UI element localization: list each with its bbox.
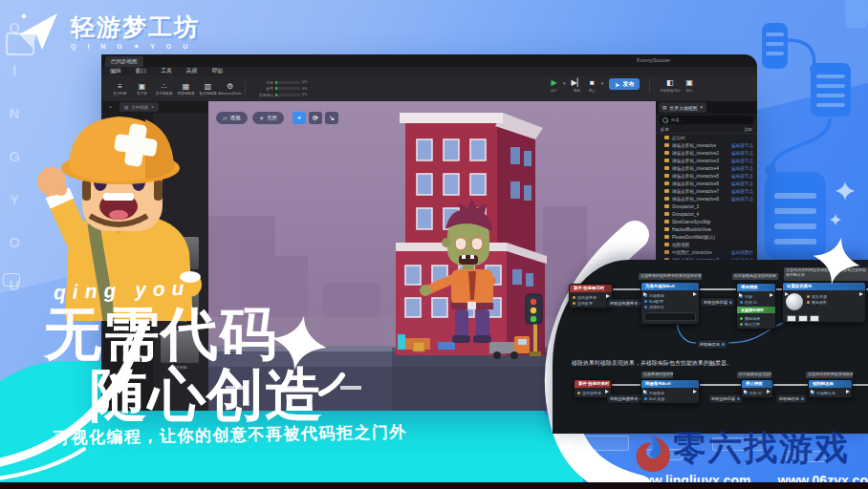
node-pin[interactable]: Buff 实例 [644,395,696,401]
play-options-caret[interactable]: ▾ [563,80,566,86]
menu-item[interactable]: 窗口 [136,67,147,75]
pin-label: 目标角色 [649,391,664,395]
site-watermark: 零六找游戏 www.lingliuyx.com www.06zyx.com [627,426,868,488]
publish-button[interactable]: ➤ 发布 [609,78,640,90]
comment-header[interactable]: 给目标角色添加技能效果 [737,372,771,378]
doc-card-decoration [845,0,868,29]
node-pin[interactable]: 特效 ID [745,390,770,395]
toolbar-separator [649,78,650,94]
outliner-row[interactable]: 球场边界框_interactive4 编辑器节点 [656,164,757,172]
rotate-tool-button[interactable]: ⟳ [309,112,322,124]
flame-logo-icon [633,430,673,474]
outliner-row[interactable]: 运行时 [656,134,757,141]
toolbar-button[interactable]: ⚙ AdvancedTools [219,82,241,96]
hero-headline-2: 随心创造 [90,367,323,424]
outliner-row[interactable]: 球场边界框_interactive7 编辑器节点 [656,187,757,195]
play-button[interactable]: ▶ 运行 [551,78,557,93]
preview-button[interactable]: ▶▏ 预览 [572,78,583,93]
cyan-background-blob-lower [0,449,583,489]
blueprint-graph-panel[interactable]: 当携带者的技能释放时播放技能的表现效果 给目标角色添加技能效果 当技能结束时移除… [553,260,868,434]
menu-item[interactable]: 编辑 [110,67,121,75]
actor-label: PleaseDontWait(默认) [672,235,715,240]
action-node-title: 停止特效 [742,380,772,388]
pill-label: 获取技能目标 [711,396,735,401]
node-pin[interactable]: 颜色参数 [807,299,827,305]
comment-header[interactable]: 当携带者的技能释放时播放技能的表现效果 [639,273,702,280]
preview-icon: ▶▏ [572,78,583,88]
lit-mode-button[interactable]: ☀ 光照 [252,112,284,124]
getter-pill-node[interactable]: 获取触发器 [775,393,808,404]
action-node[interactable]: 为角色添加Buff 目标角色Buff配置持续时长 [640,282,700,325]
toolbar-icon: ▦ [183,82,190,91]
outliner-row[interactable]: HackedBusInfoView [656,225,757,233]
getter-pill-node[interactable]: 获取触发器 [696,339,728,350]
close-icon[interactable]: × [700,105,703,110]
pin-label: 目标触发器 [816,391,835,395]
save-button[interactable]: ▣ 保存 [685,78,693,93]
node-pin[interactable]: 持续时长 [644,304,696,309]
stop-button[interactable]: ■ 停止 [589,78,596,93]
outliner-row[interactable]: 球场边界框_interactive2 编辑器节点 [656,149,757,157]
action-node[interactable]: 播放特效 目标特效 ID 设置颜色循环 颜色选择触发位置 [736,283,776,330]
outliner-row[interactable]: PleaseDontWait(默认) [656,233,757,241]
material-node[interactable]: 设置材质颜色 材质资源颜色参数 [782,282,866,323]
scale-tool-button[interactable]: ↘ [325,112,338,124]
outliner-row[interactable]: 地图视图 [656,241,757,248]
actor-icon [664,189,669,193]
outliner-row[interactable]: 球场边界框_interactive6 编辑器节点 [656,180,757,187]
menu-item[interactable]: 帮助 [211,67,223,75]
action-node[interactable]: 销毁触发器 目标触发器 [808,379,853,398]
node-input-field[interactable] [644,312,696,321]
action-node[interactable]: 停止特效 特效 ID [741,379,773,398]
getter-pill-node[interactable]: 获取技能目标 [707,393,744,404]
comment-header[interactable]: 当携带者的技能释放时播放技能的表现效果 [641,372,673,378]
quick-access-button[interactable]: ◧ 内容快速访问 [660,78,680,93]
editor-titlebar[interactable]: 已同步地图 FunnySoccer [101,54,757,67]
color-swatches[interactable] [787,315,865,322]
material-node-title: 设置材质颜色 [783,283,865,290]
menu-item[interactable]: 工具 [161,67,172,75]
quick-access-icon: ◧ [666,78,674,88]
actor-icon [664,220,669,223]
performance-label: 内存 [257,80,273,85]
menu-bar: 编辑窗口工具高级帮助 [101,67,757,75]
project-title: FunnySoccer [637,57,670,63]
vertical-letter: I [0,62,29,78]
node-pin[interactable]: 目标触发器 [812,390,849,395]
performance-value: 0% [302,87,308,91]
pill-label: 获取技能携带者 [610,301,638,306]
comment-header[interactable]: 给目标角色添加技能效果 [732,273,778,280]
comment-header[interactable]: 当技能结束时移除表现效果，并移除包含技能效果的触发器 [784,267,868,281]
actor-label: Groupactor_4 [672,212,699,217]
outliner-row[interactable]: 球场边界框_interactive8 编辑器节点 [656,195,757,202]
comment-header[interactable]: 当技能结束时移除表现效果，并移除包含技能效果的触发器 [806,372,853,378]
performance-bar [275,81,300,84]
outliner-row[interactable]: Groupactor_4 [656,210,757,218]
performance-row: 帧率 0% [257,86,308,91]
brand-name: 轻游梦工坊 [71,11,200,43]
node-pin[interactable]: 技能携带者 [577,390,608,395]
map-tab[interactable]: 已同步地图 [105,56,143,67]
menu-item[interactable]: 高级 [186,67,198,75]
outliner-row[interactable]: 球场边界框_interactive5 编辑器节点 [656,172,757,180]
stop-options-caret[interactable]: ▾ [601,80,604,86]
action-node[interactable]: 移除角色Buff 目标角色Buff 实例 [640,379,700,404]
actor-label: 地图视图 [672,243,689,247]
outliner-row[interactable]: 中国围栏_interactive 编辑器围栏 [656,248,757,256]
node-pin[interactable]: 触发位置 [740,321,772,327]
move-tool-button[interactable]: + [293,112,306,124]
getter-pill-node[interactable]: 获取技能目标 [700,297,736,308]
outliner-row[interactable]: SlowGameSyncMgr [656,218,757,225]
performance-label: 资源调试 [257,93,273,97]
outliner-row[interactable]: Groupactor_3 [656,202,757,210]
lit-label: 光照 [267,115,277,121]
actor-label: SlowGameSyncMgr [672,220,711,224]
outliner-row[interactable]: 球场边界框_interactive3 编辑器节点 [656,157,757,164]
outliner-search-input[interactable]: 搜索... [660,116,753,124]
outliner-row[interactable]: 球场边界框_interactive 编辑器节点 [656,141,757,149]
node-pin[interactable]: 特效 ID [740,299,772,305]
actor-label: 球场边界框_interactive2 [672,151,719,156]
node-pin[interactable]: 技能配置 [573,300,609,306]
green-subnode-title[interactable]: 设置颜色循环 [737,307,775,313]
outliner-tab[interactable]: ▤ 世界大纲视图 × [659,102,706,113]
